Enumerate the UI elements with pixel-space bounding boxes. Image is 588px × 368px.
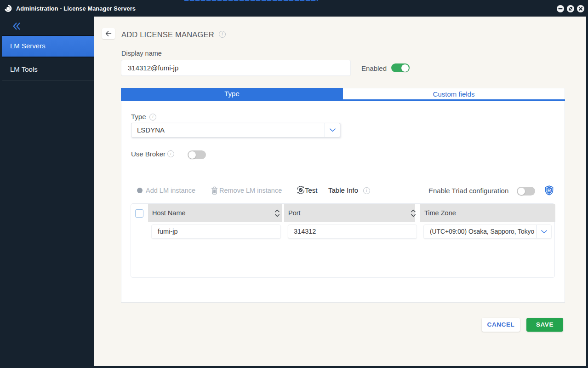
- svg-text:R: R: [548, 188, 551, 193]
